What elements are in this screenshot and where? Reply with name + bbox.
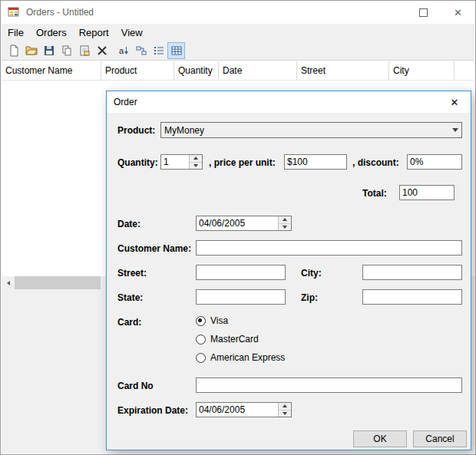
copy-icon[interactable] bbox=[58, 42, 75, 59]
quantity-up-icon[interactable] bbox=[190, 155, 202, 162]
dialog-close-button[interactable]: ✕ bbox=[438, 91, 471, 113]
visa-radio-label: Visa bbox=[210, 315, 228, 326]
quantity-label: Quantity: bbox=[117, 157, 158, 168]
expiration-date-picker bbox=[196, 402, 292, 417]
expiration-spin-buttons bbox=[278, 403, 291, 417]
zip-label: Zip: bbox=[301, 292, 318, 303]
customer-name-input[interactable] bbox=[196, 240, 462, 256]
date-down-icon[interactable] bbox=[279, 223, 291, 231]
discount-input[interactable] bbox=[407, 154, 462, 170]
discount-label: , discount: bbox=[352, 157, 399, 168]
city-label: City: bbox=[301, 268, 322, 279]
menu-view[interactable]: View bbox=[115, 24, 149, 41]
card-label: Card: bbox=[117, 317, 141, 328]
ok-button[interactable]: OK bbox=[353, 430, 407, 447]
delete-icon[interactable] bbox=[93, 42, 111, 59]
cancel-button[interactable]: Cancel bbox=[413, 430, 467, 447]
mastercard-radio[interactable]: MasterCard bbox=[196, 334, 259, 345]
column-header-city[interactable]: City bbox=[389, 61, 455, 80]
menu-report[interactable]: Report bbox=[73, 24, 115, 41]
date-up-icon[interactable] bbox=[279, 216, 291, 223]
menu-orders[interactable]: Orders bbox=[30, 24, 73, 41]
toolbar: a bbox=[2, 41, 474, 61]
order-dialog: Order ✕ Product: MyMoney Quantity: , pri… bbox=[106, 91, 471, 450]
menu-file[interactable]: File bbox=[2, 24, 30, 41]
dialog-title: Order bbox=[114, 97, 137, 107]
state-input[interactable] bbox=[196, 289, 286, 305]
price-per-unit-input[interactable] bbox=[284, 154, 347, 170]
grid-header: Customer Name Product Quantity Date Stre… bbox=[2, 61, 474, 81]
radio-unselected-icon bbox=[196, 335, 206, 345]
price-per-unit-label: , price per unit: bbox=[209, 157, 276, 168]
city-input[interactable] bbox=[362, 265, 462, 280]
maximize-button[interactable] bbox=[406, 1, 441, 24]
app-window: Orders - Untitled ✕ File Orders Report V… bbox=[0, 0, 476, 455]
product-combobox[interactable]: MyMoney bbox=[160, 122, 462, 138]
scrollbar-thumb[interactable] bbox=[15, 276, 101, 289]
fields-icon[interactable] bbox=[132, 42, 150, 59]
street-label: Street: bbox=[117, 268, 147, 279]
date-picker bbox=[196, 216, 292, 231]
expiration-down-icon[interactable] bbox=[279, 410, 291, 417]
zip-input[interactable] bbox=[362, 289, 462, 305]
american-express-radio[interactable]: American Express bbox=[196, 352, 285, 363]
total-label: Total: bbox=[362, 188, 387, 199]
sort-field-icon[interactable]: a bbox=[114, 42, 132, 59]
close-button[interactable]: ✕ bbox=[441, 1, 475, 24]
date-input[interactable] bbox=[197, 216, 278, 230]
column-header-quantity[interactable]: Quantity bbox=[174, 61, 219, 80]
expiration-date-label: Expiration Date: bbox=[117, 405, 188, 416]
expiration-date-input[interactable] bbox=[197, 403, 278, 417]
column-header-product[interactable]: Product bbox=[101, 61, 174, 80]
properties-icon[interactable] bbox=[75, 42, 93, 59]
street-input[interactable] bbox=[196, 265, 286, 280]
app-icon bbox=[8, 6, 20, 18]
visa-radio[interactable]: Visa bbox=[196, 315, 228, 326]
open-folder-icon[interactable] bbox=[22, 42, 40, 59]
column-header-customer-name[interactable]: Customer Name bbox=[2, 61, 101, 80]
radio-unselected-icon bbox=[196, 353, 206, 363]
state-label: State: bbox=[117, 292, 143, 303]
caption-buttons: ✕ bbox=[406, 1, 475, 24]
quantity-input[interactable] bbox=[161, 155, 189, 169]
quantity-down-icon[interactable] bbox=[190, 162, 202, 170]
maximize-icon bbox=[419, 8, 428, 17]
product-label: Product: bbox=[117, 125, 155, 136]
list-view-icon[interactable] bbox=[150, 42, 167, 59]
svg-text:a: a bbox=[119, 46, 124, 55]
scroll-left-arrow-icon[interactable] bbox=[2, 276, 15, 289]
menubar: File Orders Report View bbox=[2, 24, 474, 41]
card-no-input[interactable] bbox=[196, 378, 462, 393]
titlebar: Orders - Untitled ✕ bbox=[1, 1, 475, 24]
date-spin-buttons bbox=[278, 216, 291, 230]
grid-view-icon[interactable] bbox=[167, 42, 185, 59]
save-icon[interactable] bbox=[40, 42, 58, 59]
date-label: Date: bbox=[117, 219, 140, 229]
product-value: MyMoney bbox=[161, 125, 448, 136]
mastercard-radio-label: MasterCard bbox=[210, 334, 259, 345]
quantity-spin-buttons bbox=[189, 155, 202, 169]
expiration-up-icon[interactable] bbox=[279, 403, 291, 410]
radio-selected-icon bbox=[196, 316, 206, 326]
american-express-radio-label: American Express bbox=[210, 352, 285, 363]
quantity-spinner bbox=[160, 154, 203, 170]
column-header-street[interactable]: Street bbox=[297, 61, 389, 80]
new-document-icon[interactable] bbox=[5, 42, 22, 59]
column-header-date[interactable]: Date bbox=[219, 61, 297, 80]
total-input[interactable] bbox=[399, 185, 455, 200]
combo-dropdown-icon[interactable] bbox=[448, 123, 461, 137]
customer-name-label: Customer Name: bbox=[117, 243, 191, 254]
dialog-titlebar: Order ✕ bbox=[107, 91, 471, 113]
card-no-label: Card No bbox=[117, 381, 154, 391]
window-title: Orders - Untitled bbox=[26, 7, 94, 18]
